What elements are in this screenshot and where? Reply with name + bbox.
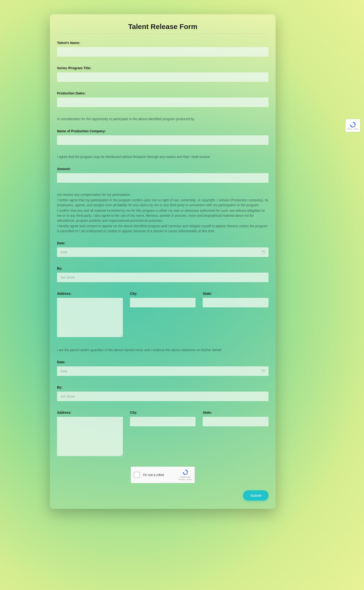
recaptcha-label: I'm not a robot <box>143 473 176 477</box>
svg-rect-5 <box>262 370 265 371</box>
calendar-icon <box>262 369 265 373</box>
production-dates-label: Production Dates: <box>57 91 268 95</box>
long-p3: I confirm that any and all material furn… <box>57 208 268 223</box>
recaptcha-widget[interactable]: I'm not a robot reCAPTCHA Privacy - Term… <box>131 467 195 483</box>
city2-input[interactable] <box>130 417 196 426</box>
production-dates-input[interactable] <box>57 98 268 107</box>
address2-label: Address: <box>57 411 123 415</box>
series-title-input[interactable] <box>57 72 268 82</box>
state1-input[interactable] <box>203 298 268 307</box>
talent-name-label: Talent's Name: <box>57 41 268 45</box>
svg-rect-6 <box>263 369 263 370</box>
long-p1: not receive any compensation for my part… <box>57 192 268 197</box>
amount-input[interactable] <box>57 173 268 183</box>
svg-rect-1 <box>262 251 265 252</box>
recaptcha-checkbox[interactable] <box>134 472 140 478</box>
by1-label: By: <box>57 267 268 270</box>
company-input[interactable] <box>57 135 268 145</box>
form-card: Talent Release Form Talent's Name: Serie… <box>50 14 276 509</box>
consideration-text: In consideration for the opportunity to … <box>57 117 268 121</box>
amount-label: Amount: <box>57 167 268 171</box>
address1-input[interactable] <box>57 298 123 337</box>
guardian-text: I am the parent and/or guardian of the a… <box>57 348 268 353</box>
by2-input[interactable] <box>57 392 268 401</box>
by2-label: By: <box>57 385 268 389</box>
svg-rect-3 <box>264 250 265 251</box>
by1-input[interactable] <box>57 273 268 282</box>
state2-input[interactable] <box>203 417 268 426</box>
date1-label: Date: <box>57 241 268 245</box>
city1-input[interactable] <box>130 298 196 307</box>
talent-name-input[interactable] <box>57 47 268 57</box>
state2-label: State: <box>203 411 268 415</box>
page-title: Talent Release Form <box>57 23 268 34</box>
calendar-icon <box>262 250 265 254</box>
svg-rect-2 <box>263 250 263 251</box>
svg-rect-7 <box>264 369 265 370</box>
city1-label: City: <box>130 292 196 295</box>
date1-input[interactable] <box>57 248 268 257</box>
recaptcha-logo: reCAPTCHA Privacy - Terms <box>179 469 192 481</box>
long-p2: I further agree that my participation in… <box>57 198 268 208</box>
long-p4: I hereby agree and consent to appear on … <box>57 224 268 234</box>
long-agreement-text: not receive any compensation for my part… <box>57 192 268 234</box>
company-label: Name of Production Company: <box>57 129 268 133</box>
state1-label: State: <box>203 292 268 295</box>
recaptcha-badge: Privacy - Terms <box>345 119 360 132</box>
date2-input[interactable] <box>57 366 268 376</box>
distribution-text: I agree that the program may be distribu… <box>57 154 268 159</box>
series-title-label: Series /Program Title: <box>57 66 268 70</box>
submit-button[interactable]: Submit <box>243 490 268 501</box>
address2-input[interactable] <box>57 417 123 456</box>
city2-label: City: <box>130 411 196 415</box>
address1-label: Address: <box>57 292 123 295</box>
date2-label: Date: <box>57 360 268 364</box>
